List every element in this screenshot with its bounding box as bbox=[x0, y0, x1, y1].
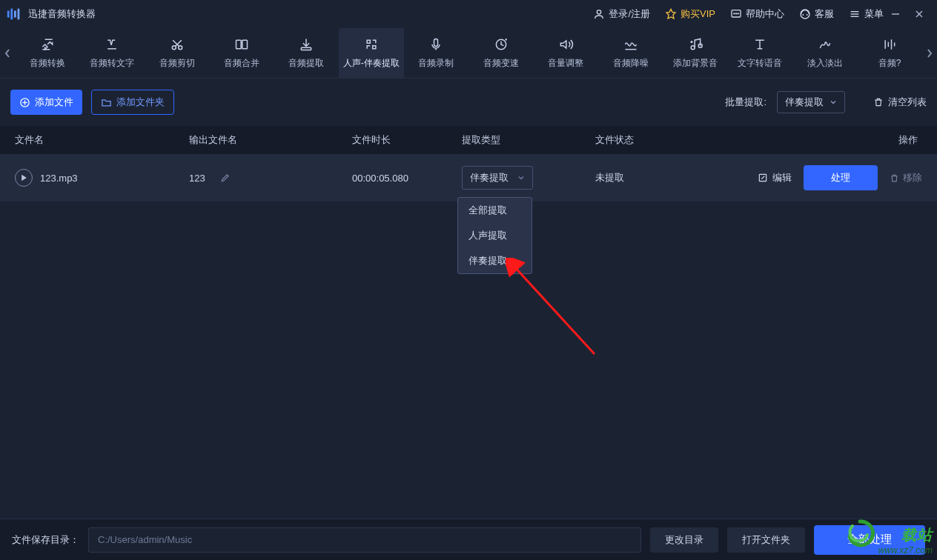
menu-button[interactable]: 菜单 bbox=[849, 7, 884, 21]
login-button[interactable]: 登录/注册 bbox=[593, 7, 650, 21]
ribbon-label: 音频剪切 bbox=[159, 57, 195, 70]
open-folder-button[interactable]: 打开文件夹 bbox=[727, 527, 805, 553]
service-button[interactable]: 客服 bbox=[799, 7, 834, 21]
table-row: 123.mp3 123 00:00:05.080 伴奏提取 未提取 编辑 处理 … bbox=[0, 154, 937, 201]
ribbon-item-13[interactable]: 音频? bbox=[857, 28, 921, 78]
ribbon-icon bbox=[752, 37, 768, 52]
save-path-input[interactable]: C:/Users/admin/Music bbox=[88, 527, 641, 553]
svg-marker-35 bbox=[21, 175, 27, 181]
ribbon-label: 音频转换 bbox=[30, 57, 65, 70]
help-label: 帮助中心 bbox=[746, 7, 784, 21]
vip-button[interactable]: 购买VIP bbox=[665, 7, 715, 21]
login-label: 登录/注册 bbox=[609, 7, 650, 21]
file-name: 123.mp3 bbox=[40, 173, 78, 184]
svg-point-7 bbox=[735, 13, 736, 14]
svg-point-6 bbox=[734, 13, 735, 14]
title-bar: 迅捷音频转换器 登录/注册 购买VIP 帮助中心 客服 菜单 bbox=[0, 0, 937, 28]
ribbon-label: 添加背景音 bbox=[673, 57, 718, 70]
process-all-button[interactable]: 全部处理 bbox=[814, 525, 925, 555]
logo-icon bbox=[6, 6, 22, 22]
svg-rect-21 bbox=[434, 39, 438, 46]
remove-button[interactable]: 移除 bbox=[890, 171, 922, 184]
minimize-button[interactable] bbox=[884, 0, 907, 28]
dropdown-item-2[interactable]: 伴奏提取 bbox=[458, 248, 532, 273]
ribbon-icon bbox=[687, 37, 703, 52]
col-header-ops: 操作 bbox=[725, 133, 922, 147]
svg-line-38 bbox=[513, 265, 595, 354]
extract-type-value: 伴奏提取 bbox=[470, 171, 509, 184]
ribbon-icon bbox=[363, 37, 380, 52]
ribbon-item-2[interactable]: 音频剪切 bbox=[145, 28, 209, 78]
help-button[interactable]: 帮助中心 bbox=[730, 7, 784, 21]
vip-label: 购买VIP bbox=[681, 7, 715, 21]
batch-extract-value: 伴奏提取 bbox=[785, 96, 824, 109]
service-label: 客服 bbox=[815, 7, 834, 21]
file-duration: 00:00:05.080 bbox=[352, 173, 462, 184]
svg-point-8 bbox=[738, 13, 738, 14]
batch-extract-select[interactable]: 伴奏提取 bbox=[777, 91, 845, 113]
output-name: 123 bbox=[189, 173, 205, 184]
ribbon-label: 音量调整 bbox=[548, 57, 583, 70]
ribbon-item-6[interactable]: 音频录制 bbox=[404, 28, 468, 78]
ribbon-prev-button[interactable] bbox=[0, 28, 15, 78]
ribbon-item-4[interactable]: 音频提取 bbox=[274, 28, 339, 78]
ribbon-item-8[interactable]: 音量调整 bbox=[533, 28, 597, 78]
clear-list-button[interactable]: 清空列表 bbox=[873, 96, 927, 109]
dropdown-item-1[interactable]: 人声提取 bbox=[458, 223, 532, 248]
menu-label: 菜单 bbox=[864, 7, 884, 21]
ribbon-label: 音频录制 bbox=[418, 57, 454, 70]
ribbon-label: 淡入淡出 bbox=[807, 57, 843, 70]
play-button[interactable] bbox=[15, 169, 33, 187]
ribbon-item-11[interactable]: 文字转语音 bbox=[728, 28, 792, 78]
process-button[interactable]: 处理 bbox=[804, 165, 878, 190]
ribbon-item-12[interactable]: 淡入淡出 bbox=[792, 28, 857, 78]
col-header-output: 输出文件名 bbox=[189, 133, 352, 147]
change-dir-label: 更改目录 bbox=[665, 533, 703, 547]
col-header-status: 文件状态 bbox=[595, 133, 725, 147]
ribbon-item-7[interactable]: 音频变速 bbox=[468, 28, 533, 78]
svg-rect-20 bbox=[302, 47, 311, 50]
change-dir-button[interactable]: 更改目录 bbox=[650, 527, 718, 553]
add-file-button[interactable]: 添加文件 bbox=[10, 90, 82, 115]
ribbon-item-3[interactable]: 音频合并 bbox=[209, 28, 274, 78]
col-header-file: 文件名 bbox=[15, 133, 189, 147]
ribbon-icon bbox=[493, 37, 509, 52]
ribbon-icon bbox=[298, 37, 314, 52]
ribbon-label: 音频? bbox=[878, 57, 901, 70]
ribbon-icon bbox=[557, 37, 574, 52]
extract-type-dropdown: 全部提取人声提取伴奏提取 bbox=[457, 197, 532, 274]
svg-point-4 bbox=[597, 10, 601, 14]
col-header-type: 提取类型 bbox=[462, 133, 595, 147]
ribbon-item-1[interactable]: 音频转文字 bbox=[79, 28, 144, 78]
ribbon-label: 文字转语音 bbox=[738, 57, 782, 70]
ribbon-item-0[interactable]: 音频转换 bbox=[15, 28, 79, 78]
add-folder-button[interactable]: 添加文件夹 bbox=[91, 90, 174, 115]
edit-button[interactable]: 编辑 bbox=[758, 171, 792, 184]
ribbon-item-10[interactable]: 添加背景音 bbox=[663, 28, 727, 78]
open-folder-label: 打开文件夹 bbox=[742, 533, 790, 547]
ribbon-next-button[interactable] bbox=[922, 28, 937, 78]
add-file-label: 添加文件 bbox=[35, 96, 73, 109]
extract-type-select[interactable]: 伴奏提取 bbox=[462, 166, 533, 190]
svg-rect-19 bbox=[242, 40, 248, 49]
save-dir-label: 文件保存目录： bbox=[12, 533, 79, 547]
ribbon-label: 音频转文字 bbox=[90, 57, 134, 70]
svg-rect-0 bbox=[7, 10, 10, 17]
ribbon-icon bbox=[881, 37, 898, 52]
dropdown-item-0[interactable]: 全部提取 bbox=[458, 198, 532, 223]
ribbon-icon bbox=[817, 37, 833, 52]
edit-output-icon[interactable] bbox=[220, 173, 231, 183]
ribbon-label: 音频提取 bbox=[288, 57, 324, 70]
action-bar: 添加文件 添加文件夹 批量提取: 伴奏提取 清空列表 bbox=[0, 79, 937, 126]
ribbon-icon bbox=[169, 37, 185, 52]
ribbon-item-9[interactable]: 音频降噪 bbox=[598, 28, 663, 78]
ribbon-icon bbox=[623, 37, 639, 52]
ribbon-label: 音频降噪 bbox=[613, 57, 649, 70]
app-logo: 迅捷音频转换器 bbox=[6, 6, 96, 22]
footer-bar: 文件保存目录： C:/Users/admin/Music 更改目录 打开文件夹 … bbox=[0, 519, 937, 560]
add-folder-label: 添加文件夹 bbox=[116, 96, 165, 109]
save-path-value: C:/Users/admin/Music bbox=[98, 534, 192, 545]
close-button[interactable] bbox=[907, 0, 931, 28]
ribbon-icon bbox=[104, 37, 120, 52]
ribbon-item-5[interactable]: 人声-伴奏提取 bbox=[339, 28, 403, 78]
